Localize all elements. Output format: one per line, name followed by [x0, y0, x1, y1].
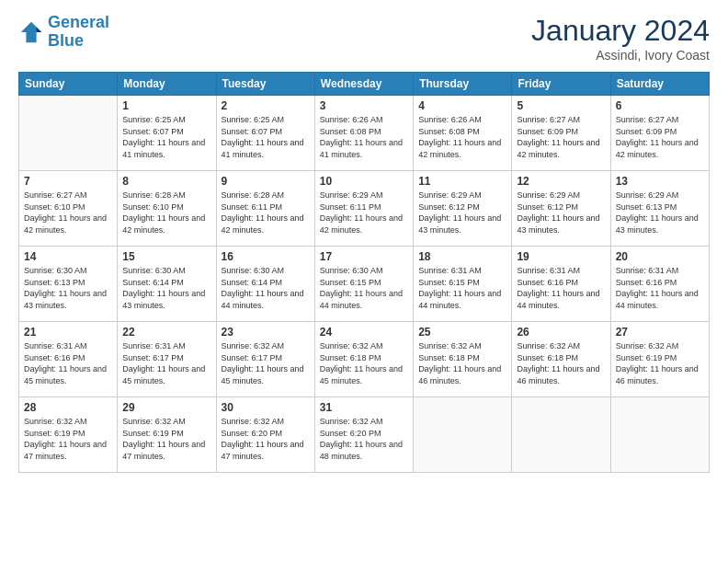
day-info: Sunrise: 6:27 AMSunset: 6:09 PMDaylight:…	[517, 114, 605, 160]
day-info: Sunrise: 6:32 AMSunset: 6:20 PMDaylight:…	[320, 416, 408, 462]
calendar-cell: 3 Sunrise: 6:26 AMSunset: 6:08 PMDayligh…	[314, 96, 413, 171]
calendar-cell: 19 Sunrise: 6:31 AMSunset: 6:16 PMDaylig…	[512, 247, 610, 322]
day-number: 14	[24, 250, 112, 263]
calendar-week-row: 14 Sunrise: 6:30 AMSunset: 6:13 PMDaylig…	[19, 247, 710, 322]
day-number: 17	[320, 250, 408, 263]
day-info: Sunrise: 6:32 AMSunset: 6:20 PMDaylight:…	[222, 416, 310, 462]
calendar-cell: 25 Sunrise: 6:32 AMSunset: 6:18 PMDaylig…	[414, 322, 512, 397]
day-number: 19	[517, 250, 605, 263]
page: General Blue January 2024 Assindi, Ivory…	[0, 0, 728, 563]
logo-icon	[18, 19, 44, 45]
calendar-cell: 29 Sunrise: 6:32 AMSunset: 6:19 PMDaylig…	[118, 397, 216, 473]
day-info: Sunrise: 6:30 AMSunset: 6:13 PMDaylight:…	[24, 265, 112, 311]
title-section: January 2024 Assindi, Ivory Coast	[531, 14, 710, 63]
day-info: Sunrise: 6:32 AMSunset: 6:17 PMDaylight:…	[222, 340, 310, 386]
day-number: 26	[517, 326, 605, 339]
day-number: 20	[616, 250, 704, 263]
month-title: January 2024	[531, 14, 710, 48]
day-number: 29	[122, 401, 210, 414]
day-number: 31	[320, 401, 408, 414]
calendar-cell: 26 Sunrise: 6:32 AMSunset: 6:18 PMDaylig…	[512, 322, 610, 397]
calendar-week-row: 28 Sunrise: 6:32 AMSunset: 6:19 PMDaylig…	[19, 397, 710, 473]
day-info: Sunrise: 6:31 AMSunset: 6:15 PMDaylight:…	[418, 265, 506, 311]
logo-text: General Blue	[48, 14, 109, 51]
logo: General Blue	[18, 14, 109, 51]
day-number: 15	[122, 250, 210, 263]
calendar-cell	[610, 397, 709, 473]
day-info: Sunrise: 6:31 AMSunset: 6:17 PMDaylight:…	[122, 340, 210, 386]
day-info: Sunrise: 6:28 AMSunset: 6:11 PMDaylight:…	[222, 190, 310, 236]
day-info: Sunrise: 6:29 AMSunset: 6:11 PMDaylight:…	[320, 190, 408, 236]
day-info: Sunrise: 6:26 AMSunset: 6:08 PMDaylight:…	[320, 114, 408, 160]
day-info: Sunrise: 6:29 AMSunset: 6:12 PMDaylight:…	[517, 190, 605, 236]
weekday-header: Tuesday	[216, 73, 314, 96]
calendar-cell: 15 Sunrise: 6:30 AMSunset: 6:14 PMDaylig…	[118, 247, 216, 322]
header: General Blue January 2024 Assindi, Ivory…	[18, 14, 710, 63]
day-info: Sunrise: 6:29 AMSunset: 6:13 PMDaylight:…	[616, 190, 704, 236]
weekday-header: Thursday	[414, 73, 512, 96]
day-number: 11	[418, 175, 506, 188]
calendar-cell: 31 Sunrise: 6:32 AMSunset: 6:20 PMDaylig…	[314, 397, 413, 473]
calendar-cell: 2 Sunrise: 6:25 AMSunset: 6:07 PMDayligh…	[216, 96, 314, 171]
calendar-cell: 11 Sunrise: 6:29 AMSunset: 6:12 PMDaylig…	[414, 171, 512, 247]
day-number: 28	[24, 401, 112, 414]
day-number: 8	[122, 175, 210, 188]
day-number: 16	[222, 250, 310, 263]
calendar-cell: 30 Sunrise: 6:32 AMSunset: 6:20 PMDaylig…	[216, 397, 314, 473]
day-info: Sunrise: 6:31 AMSunset: 6:16 PMDaylight:…	[616, 265, 704, 311]
day-info: Sunrise: 6:26 AMSunset: 6:08 PMDaylight:…	[418, 114, 506, 160]
calendar-cell	[19, 96, 118, 171]
day-info: Sunrise: 6:31 AMSunset: 6:16 PMDaylight:…	[24, 340, 112, 386]
calendar-cell	[512, 397, 610, 473]
calendar-cell: 12 Sunrise: 6:29 AMSunset: 6:12 PMDaylig…	[512, 171, 610, 247]
day-info: Sunrise: 6:30 AMSunset: 6:14 PMDaylight:…	[122, 265, 210, 311]
calendar-cell: 8 Sunrise: 6:28 AMSunset: 6:10 PMDayligh…	[118, 171, 216, 247]
day-number: 21	[24, 326, 112, 339]
day-number: 1	[122, 99, 210, 112]
calendar-cell: 20 Sunrise: 6:31 AMSunset: 6:16 PMDaylig…	[610, 247, 709, 322]
day-info: Sunrise: 6:32 AMSunset: 6:18 PMDaylight:…	[517, 340, 605, 386]
day-info: Sunrise: 6:32 AMSunset: 6:19 PMDaylight:…	[616, 340, 704, 386]
calendar-table: SundayMondayTuesdayWednesdayThursdayFrid…	[18, 72, 710, 473]
day-info: Sunrise: 6:29 AMSunset: 6:12 PMDaylight:…	[418, 190, 506, 236]
calendar-cell: 7 Sunrise: 6:27 AMSunset: 6:10 PMDayligh…	[19, 171, 118, 247]
day-number: 2	[222, 99, 310, 112]
day-info: Sunrise: 6:32 AMSunset: 6:18 PMDaylight:…	[320, 340, 408, 386]
calendar-cell: 9 Sunrise: 6:28 AMSunset: 6:11 PMDayligh…	[216, 171, 314, 247]
weekday-header: Sunday	[19, 73, 118, 96]
weekday-header: Friday	[512, 73, 610, 96]
day-info: Sunrise: 6:27 AMSunset: 6:10 PMDaylight:…	[24, 190, 112, 236]
day-number: 10	[320, 175, 408, 188]
calendar-cell: 22 Sunrise: 6:31 AMSunset: 6:17 PMDaylig…	[118, 322, 216, 397]
day-number: 18	[418, 250, 506, 263]
calendar-cell: 21 Sunrise: 6:31 AMSunset: 6:16 PMDaylig…	[19, 322, 118, 397]
day-info: Sunrise: 6:32 AMSunset: 6:18 PMDaylight:…	[418, 340, 506, 386]
calendar-cell: 4 Sunrise: 6:26 AMSunset: 6:08 PMDayligh…	[414, 96, 512, 171]
calendar-cell: 18 Sunrise: 6:31 AMSunset: 6:15 PMDaylig…	[414, 247, 512, 322]
day-number: 24	[320, 326, 408, 339]
day-number: 27	[616, 326, 704, 339]
calendar-cell	[414, 397, 512, 473]
day-info: Sunrise: 6:30 AMSunset: 6:14 PMDaylight:…	[222, 265, 310, 311]
weekday-header: Monday	[118, 73, 216, 96]
calendar-cell: 1 Sunrise: 6:25 AMSunset: 6:07 PMDayligh…	[118, 96, 216, 171]
weekday-header-row: SundayMondayTuesdayWednesdayThursdayFrid…	[19, 73, 710, 96]
day-number: 3	[320, 99, 408, 112]
day-number: 22	[122, 326, 210, 339]
day-number: 9	[222, 175, 310, 188]
day-number: 4	[418, 99, 506, 112]
day-number: 7	[24, 175, 112, 188]
day-info: Sunrise: 6:25 AMSunset: 6:07 PMDaylight:…	[222, 114, 310, 160]
calendar-week-row: 1 Sunrise: 6:25 AMSunset: 6:07 PMDayligh…	[19, 96, 710, 171]
calendar-cell: 13 Sunrise: 6:29 AMSunset: 6:13 PMDaylig…	[610, 171, 709, 247]
day-info: Sunrise: 6:30 AMSunset: 6:15 PMDaylight:…	[320, 265, 408, 311]
day-info: Sunrise: 6:28 AMSunset: 6:10 PMDaylight:…	[122, 190, 210, 236]
day-number: 12	[517, 175, 605, 188]
calendar-cell: 28 Sunrise: 6:32 AMSunset: 6:19 PMDaylig…	[19, 397, 118, 473]
calendar-cell: 14 Sunrise: 6:30 AMSunset: 6:13 PMDaylig…	[19, 247, 118, 322]
day-info: Sunrise: 6:25 AMSunset: 6:07 PMDaylight:…	[122, 114, 210, 160]
weekday-header: Saturday	[610, 73, 709, 96]
calendar-cell: 17 Sunrise: 6:30 AMSunset: 6:15 PMDaylig…	[314, 247, 413, 322]
weekday-header: Wednesday	[314, 73, 413, 96]
day-number: 13	[616, 175, 704, 188]
